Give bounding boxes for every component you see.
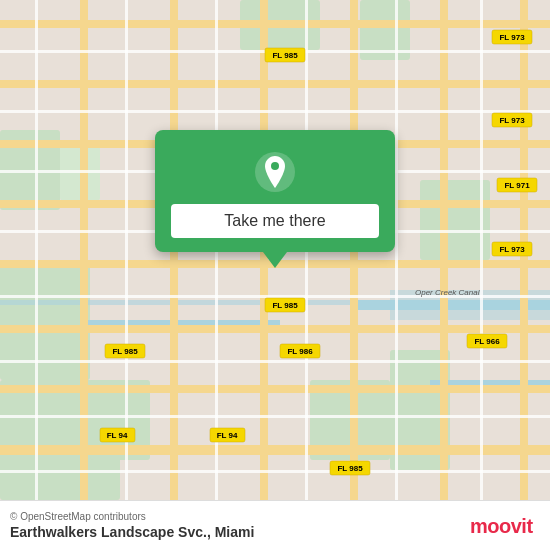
svg-text:FL 973: FL 973 bbox=[499, 33, 525, 42]
svg-text:FL 985: FL 985 bbox=[112, 347, 138, 356]
svg-text:FL 985: FL 985 bbox=[272, 301, 298, 310]
svg-text:FL 985: FL 985 bbox=[272, 51, 298, 60]
svg-rect-36 bbox=[0, 415, 550, 418]
svg-rect-39 bbox=[125, 0, 128, 500]
svg-rect-28 bbox=[440, 0, 448, 500]
svg-text:FL 94: FL 94 bbox=[217, 431, 238, 440]
location-pin-icon bbox=[253, 150, 297, 194]
svg-text:FL 966: FL 966 bbox=[474, 337, 500, 346]
bottom-bar: © OpenStreetMap contributors Earthwalker… bbox=[0, 500, 550, 550]
svg-rect-35 bbox=[0, 360, 550, 363]
svg-text:FL 973: FL 973 bbox=[499, 245, 525, 254]
svg-rect-31 bbox=[0, 110, 550, 113]
svg-rect-38 bbox=[35, 0, 38, 500]
svg-text:moovit: moovit bbox=[470, 515, 533, 537]
popup-card: Take me there bbox=[155, 130, 395, 252]
svg-text:FL 973: FL 973 bbox=[499, 116, 525, 125]
svg-rect-24 bbox=[80, 0, 88, 500]
svg-text:FL 985: FL 985 bbox=[337, 464, 363, 473]
svg-rect-42 bbox=[395, 0, 398, 500]
map-container: FL 985 FL 973 FL 973 FL 971 FL 973 FL 98… bbox=[0, 0, 550, 500]
svg-text:FL 94: FL 94 bbox=[107, 431, 128, 440]
moovit-logo: moovit bbox=[470, 511, 540, 544]
map-attribution: © OpenStreetMap contributors bbox=[10, 511, 540, 522]
svg-rect-43 bbox=[480, 0, 483, 500]
svg-rect-37 bbox=[0, 470, 550, 473]
take-me-there-button[interactable]: Take me there bbox=[171, 204, 379, 238]
svg-rect-6 bbox=[420, 180, 490, 260]
svg-text:Oper Creek Canal: Oper Creek Canal bbox=[415, 288, 480, 297]
svg-text:FL 986: FL 986 bbox=[287, 347, 313, 356]
svg-point-70 bbox=[271, 162, 279, 170]
place-name: Earthwalkers Landscape Svc., Miami bbox=[10, 524, 540, 540]
svg-text:FL 971: FL 971 bbox=[504, 181, 530, 190]
